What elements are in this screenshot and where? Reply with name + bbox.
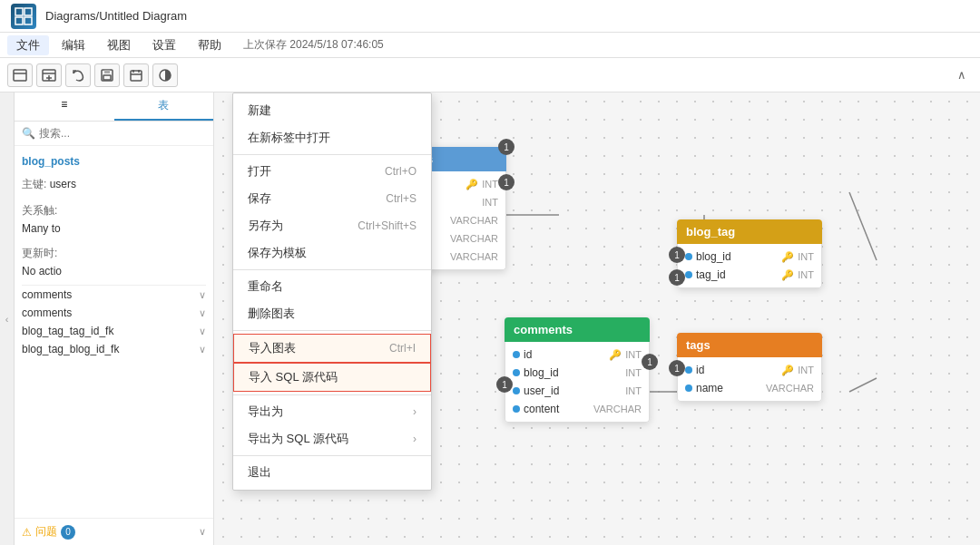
warning-icon: ⚠ — [22, 526, 32, 539]
dropdown-menu: 新建 在新标签中打开 打开 Ctrl+O 保存 Ctrl+S 另存为 Ctrl+… — [232, 92, 432, 491]
svg-rect-4 — [14, 70, 26, 81]
menu-bar: 文件 编辑 视图 设置 帮助 上次保存 2024/5/18 07:46:05 — [0, 33, 980, 58]
relations-note: Many to — [22, 222, 206, 235]
fk-item-3[interactable]: blog_tag_blog_id_fk ∨ — [22, 340, 206, 358]
menu-export[interactable]: 导出为 › — [233, 398, 431, 425]
menu-edit[interactable]: 编辑 — [53, 35, 94, 55]
search-icon: 🔍 — [22, 127, 35, 140]
bottom-panel[interactable]: ⚠ 问题 0 ∨ — [15, 518, 213, 545]
toolbar-undo[interactable] — [65, 63, 91, 87]
title-bar: Diagrams/Untitled Diagram — [0, 0, 980, 33]
table-blog-tag[interactable]: blog_tag blog_id 🔑 INT tag_id 🔑 INT 1 1 — [677, 219, 822, 288]
search-input[interactable] — [39, 127, 206, 140]
menu-file[interactable]: 文件 — [7, 35, 49, 55]
fk-item-1[interactable]: comments ∨ — [22, 304, 206, 322]
search-bar: 🔍 — [15, 122, 213, 146]
table-header-blog-tag: blog_tag — [677, 219, 822, 244]
fk-name-0: comments — [22, 288, 72, 301]
divider-5 — [233, 455, 431, 456]
badge-bt-left1: 1 — [669, 247, 685, 263]
menu-view[interactable]: 视图 — [98, 35, 140, 55]
menu-new[interactable]: 新建 — [233, 97, 431, 124]
svg-rect-0 — [15, 8, 23, 15]
menu-delete[interactable]: 删除图表 — [233, 300, 431, 327]
badge-c-right: 1 — [642, 354, 658, 370]
fk-item-2[interactable]: blog_tag_tag_id_fk ∨ — [22, 322, 206, 340]
toolbar-theme[interactable] — [152, 63, 178, 87]
toolbar-add-col[interactable] — [36, 63, 62, 87]
menu-export-sql[interactable]: 导出为 SQL 源代码 › — [233, 425, 431, 453]
app-icon — [11, 4, 36, 29]
divider-2 — [233, 269, 431, 270]
field-c-content: content VARCHAR — [505, 400, 649, 418]
field-dot — [513, 405, 520, 413]
fk-name-2: blog_tag_tag_id_fk — [22, 325, 113, 337]
fk-name-3: blog_tag_blog_id_fk — [22, 343, 119, 355]
window-title: Diagrams/Untitled Diagram — [45, 9, 187, 23]
menu-open[interactable]: 打开 Ctrl+O — [233, 158, 431, 185]
subject-value: users — [50, 178, 76, 190]
table-tags[interactable]: tags id 🔑 INT name VARCHAR 1 — [677, 333, 822, 402]
toolbar-save[interactable] — [94, 63, 120, 87]
save-status: 上次保存 2024/5/18 07:46:05 — [243, 37, 384, 53]
fk-item-0[interactable]: comments ∨ — [22, 286, 206, 304]
field-dot — [685, 384, 692, 392]
menu-import-sql[interactable]: 导入 SQL 源代码 — [233, 363, 431, 392]
left-panel: ≡ 表 🔍 blog_posts 主键: users 关系触: Many — [15, 92, 214, 545]
updated-section: 更新时: No actio — [22, 242, 206, 277]
field-bt-tagid: tag_id 🔑 INT — [678, 266, 821, 284]
fk-section: comments ∨ comments ∨ blog_tag_tag_id_fk… — [22, 285, 206, 358]
field-c-blogid: blog_id INT — [505, 364, 649, 382]
table-body-tags: id 🔑 INT name VARCHAR — [677, 357, 822, 402]
svg-rect-1 — [24, 8, 32, 15]
main-area: ‹ ≡ 表 🔍 blog_posts 主键: users — [0, 92, 980, 545]
menu-save-template[interactable]: 保存为模板 — [233, 239, 431, 267]
badge-t-left: 1 — [669, 360, 685, 376]
menu-open-tab[interactable]: 在新标签中打开 — [233, 124, 431, 151]
relations-label: 关系触: — [22, 200, 206, 222]
field-dot — [685, 253, 692, 260]
issues-badge: 0 — [61, 525, 75, 540]
field-c-userid: user_id INT — [505, 382, 649, 400]
field-dot — [685, 271, 692, 278]
fk-arrow-2: ∨ — [199, 326, 206, 337]
menu-exit[interactable]: 退出 — [233, 459, 431, 486]
divider-3 — [233, 330, 431, 331]
menu-save[interactable]: 保存 Ctrl+S — [233, 185, 431, 212]
field-dot — [513, 351, 520, 358]
toolbar-new-table[interactable] — [7, 63, 33, 87]
panel-tabs: ≡ 表 — [15, 92, 213, 122]
field-dot — [513, 387, 520, 394]
field-t-id: id 🔑 INT — [678, 361, 821, 379]
panel-tab-menu[interactable]: ≡ — [15, 92, 114, 121]
table-body-blog-tag: blog_id 🔑 INT tag_id 🔑 INT — [677, 244, 822, 288]
badge-c-left: 1 — [496, 376, 513, 393]
table-name[interactable]: blog_posts — [22, 153, 206, 170]
fk-arrow-0: ∨ — [199, 289, 206, 301]
field-dot — [685, 366, 692, 374]
menu-rename[interactable]: 重命名 — [233, 273, 431, 300]
bottom-arrow[interactable]: ∨ — [199, 526, 206, 538]
table-body-comments: id 🔑 INT blog_id INT user_id INT content — [505, 342, 650, 423]
canvas[interactable]: blog_posts id 🔑 INT user_id INT title VA… — [214, 92, 980, 545]
toolbar-calendar[interactable] — [123, 63, 149, 87]
menu-help[interactable]: 帮助 — [189, 35, 230, 55]
table-header-comments: comments — [505, 317, 650, 342]
badge-bt-left2: 1 — [669, 269, 685, 286]
divider-1 — [233, 154, 431, 155]
fk-arrow-1: ∨ — [199, 307, 206, 319]
updated-label: 更新时: — [22, 242, 206, 265]
panel-tab-table[interactable]: 表 — [114, 92, 214, 121]
svg-rect-13 — [131, 71, 142, 81]
menu-import-diagram[interactable]: 导入图表 Ctrl+I — [233, 334, 431, 363]
field-bt-blogid: blog_id 🔑 INT — [678, 248, 821, 266]
subject-label: 主键: — [22, 174, 46, 194]
svg-rect-12 — [103, 75, 111, 80]
panel-toggle[interactable]: ‹ — [0, 92, 15, 545]
menu-settings[interactable]: 设置 — [143, 35, 185, 55]
field-c-id: id 🔑 INT — [505, 345, 649, 364]
menu-save-as[interactable]: 另存为 Ctrl+Shift+S — [233, 212, 431, 239]
table-comments[interactable]: comments id 🔑 INT blog_id INT user_id IN… — [505, 317, 650, 423]
toolbar-collapse[interactable]: ∧ — [951, 64, 973, 86]
fk-name-1: comments — [22, 307, 72, 319]
